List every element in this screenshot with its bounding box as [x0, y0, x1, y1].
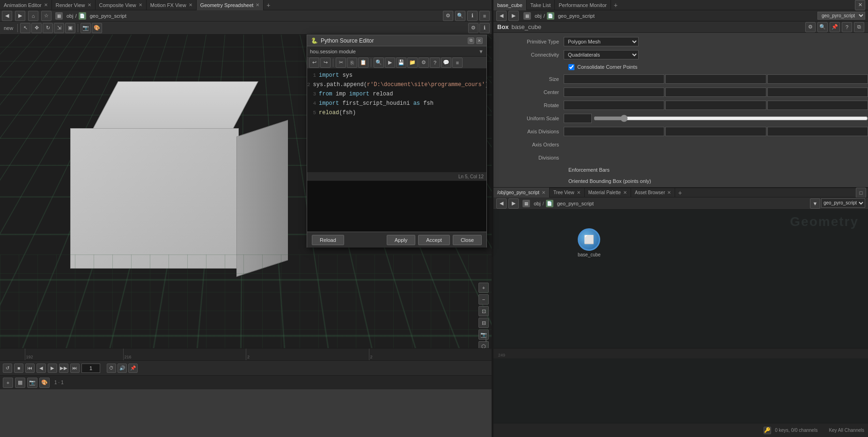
dialog-pip-button[interactable]: ⧉ [468, 37, 474, 44]
status-render-button[interactable]: 🎨 [39, 378, 50, 388]
redo-button[interactable]: ↪ [320, 58, 331, 68]
tab-tree-close-icon[interactable]: ✕ [577, 190, 581, 195]
transform-tool-button[interactable]: ✥ [31, 23, 42, 33]
timeline-ruler[interactable]: 192 216 2 2 [0, 349, 492, 360]
props-zoom-icon[interactable]: 🔍 [817, 22, 828, 32]
node-back-button[interactable]: ◀ [496, 198, 507, 209]
props-panel-icon[interactable]: ⧉ [854, 22, 864, 32]
transport-back-button[interactable]: ◀ [37, 364, 46, 373]
tab-asset-browser[interactable]: Asset Browser ✕ [631, 188, 675, 198]
load-button[interactable]: 📁 [407, 58, 418, 68]
reload-button[interactable]: Reload [312, 235, 344, 245]
tab-render-view[interactable]: Render View ✕ [52, 0, 96, 10]
handle-tool-button[interactable]: ▣ [65, 23, 75, 33]
comment-btn[interactable]: 💬 [441, 58, 451, 68]
run-button[interactable]: ▶ [385, 58, 395, 68]
camera-button[interactable]: 📷 [81, 23, 91, 33]
frame-number-input[interactable] [81, 364, 100, 373]
help-btn[interactable]: ? [430, 58, 440, 68]
tab-asset-close-icon[interactable]: ✕ [667, 190, 671, 195]
close-dialog-button[interactable]: Close [453, 235, 482, 245]
transport-stop-button[interactable]: ■ [14, 364, 23, 373]
transport-fwd-button[interactable]: ▶▶ [59, 364, 68, 373]
status-camera-button[interactable]: 📷 [27, 378, 37, 388]
axis-div-x-input[interactable]: 2 [564, 127, 664, 136]
uniform-scale-slider[interactable] [594, 115, 868, 122]
props-back-button[interactable]: ◀ [496, 11, 507, 21]
center-y-input[interactable]: 0 [665, 87, 766, 97]
bookmarks-button[interactable]: ☆ [41, 11, 51, 21]
props-help-icon[interactable]: ? [842, 22, 852, 32]
transport-loop-button[interactable]: ↺ [3, 364, 12, 373]
tab-performance-monitor[interactable]: Performance Monitor [555, 0, 611, 10]
props-pin-icon[interactable]: 📌 [830, 22, 840, 32]
rotate-tool-button[interactable]: ↻ [43, 23, 53, 33]
tab-composite-view[interactable]: Composite View ✕ [96, 0, 147, 10]
transport-rewind-button[interactable]: ⏮ [25, 364, 35, 373]
paste-button[interactable]: 📋 [358, 58, 368, 68]
scale-tool-button[interactable]: ⇲ [54, 23, 64, 33]
props-path-dropdown[interactable]: geo_pyro_script [817, 12, 865, 20]
tab-node-path[interactable]: /obj/geo_pyro_script ✕ [493, 188, 550, 198]
base-cube-node[interactable]: ⬜ base_cube [578, 228, 601, 257]
apply-button[interactable]: Apply [387, 235, 416, 245]
node-panel-maximize[interactable]: □ [856, 188, 866, 198]
accept-button[interactable]: Accept [418, 235, 450, 245]
info-overlay-button[interactable]: ℹ [479, 23, 490, 33]
node-canvas[interactable]: Geometry ⬜ base_cube [493, 210, 868, 423]
center-x-input[interactable]: 0 [564, 87, 664, 97]
audio-button[interactable]: 🔊 [118, 364, 127, 373]
status-grid-button[interactable]: ▦ [15, 378, 25, 388]
snap-button[interactable]: 📌 [128, 364, 138, 373]
tab-close-icon[interactable]: ✕ [139, 2, 142, 7]
settings-button[interactable]: ≡ [479, 11, 490, 21]
uniform-scale-input[interactable]: 1 [564, 114, 592, 123]
rotate-y-input[interactable]: 0 [665, 101, 766, 110]
nav-forward-button[interactable]: ▶ [15, 11, 25, 21]
nav-home-button[interactable]: ⌂ [28, 11, 38, 21]
rotate-z-input[interactable]: 0 [767, 101, 868, 110]
save-button[interactable]: 💾 [396, 58, 406, 68]
tab-add-right-button[interactable]: + [611, 1, 620, 9]
node-tab-add-button[interactable]: + [675, 189, 684, 197]
tools-button[interactable]: ⚙ [443, 11, 453, 21]
size-y-input[interactable]: 10 [665, 74, 766, 84]
node-path-dropdown[interactable]: geo_pyro_script [821, 198, 865, 208]
tab-material-close-icon[interactable]: ✕ [623, 190, 627, 195]
copy-button[interactable]: ⎘ [347, 58, 357, 68]
undo-button[interactable]: ↩ [309, 58, 319, 68]
tab-geometry-spreadsheet[interactable]: Geometry Spreadsheet ✕ [197, 0, 264, 10]
tab-tree-view[interactable]: Tree View ✕ [550, 188, 584, 198]
tab-take-list[interactable]: Take List [527, 0, 555, 10]
node-forward-button[interactable]: ▶ [508, 198, 519, 209]
rotate-x-input[interactable]: 0 [564, 101, 664, 110]
tab-add-button[interactable]: + [264, 1, 273, 9]
transport-play-button[interactable]: ▶ [48, 364, 57, 373]
tab-motion-fx[interactable]: Motion FX View ✕ [147, 0, 197, 10]
display-settings-button[interactable]: ⚙ [468, 23, 478, 33]
tab-material-palette[interactable]: Material Palette ✕ [585, 188, 631, 198]
tab-close-icon[interactable]: ✕ [44, 2, 48, 7]
center-z-input[interactable]: 0 [767, 87, 868, 97]
transport-end-button[interactable]: ⏭ [70, 364, 80, 373]
cut-button[interactable]: ✂ [336, 58, 346, 68]
axis-div-y-input[interactable]: 2 [665, 127, 766, 136]
primitive-type-dropdown[interactable]: Polygon Mesh [564, 37, 639, 46]
tab-close-icon[interactable]: ✕ [256, 2, 259, 7]
tab-animation-editor[interactable]: Animation Editor ✕ [0, 0, 52, 10]
select-tool-button[interactable]: ↖ [20, 23, 30, 33]
connectivity-dropdown[interactable]: Quadrilaterals [564, 50, 639, 59]
info-button[interactable]: ℹ [467, 11, 478, 21]
axis-div-z-input[interactable]: 2 [767, 127, 868, 136]
render-button[interactable]: 🎨 [92, 23, 102, 33]
tab-close-icon[interactable]: ✕ [189, 2, 192, 7]
key-all-channels-icon[interactable]: 🔑 [764, 427, 771, 434]
extra-btn[interactable]: ≡ [452, 58, 463, 68]
panel-close-button[interactable]: ✕ [855, 0, 865, 10]
zoom-button[interactable]: 🔍 [455, 11, 465, 21]
node-dropdown-btn[interactable]: ▼ [810, 198, 820, 209]
dialog-close-button[interactable]: ✕ [476, 37, 483, 44]
nav-back-button[interactable]: ◀ [2, 11, 12, 21]
find-button[interactable]: 🔍 [374, 58, 384, 68]
settings-btn[interactable]: ⚙ [419, 58, 429, 68]
